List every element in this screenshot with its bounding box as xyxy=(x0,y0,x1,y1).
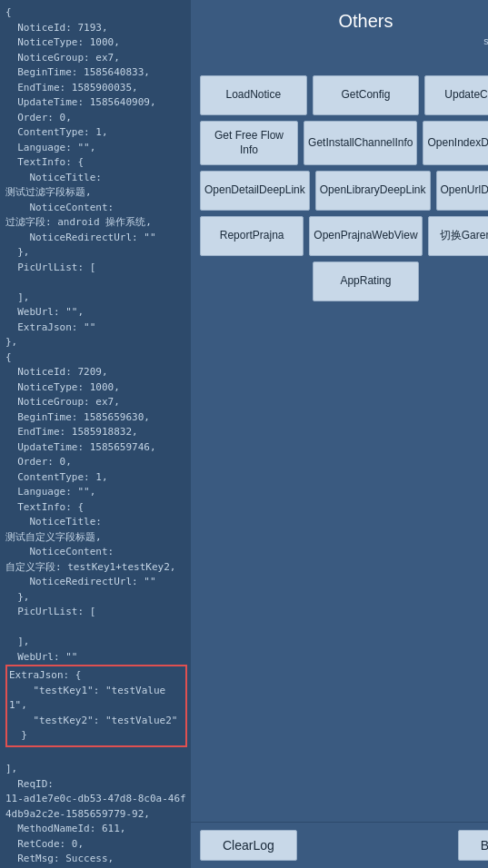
clear-log-button[interactable]: ClearLog xyxy=(200,830,297,861)
button-row-4: AppRating xyxy=(200,261,488,301)
right-panel: Others self-define LoadNotice GetConfig … xyxy=(191,0,488,868)
self-define-label: self-define xyxy=(483,35,488,46)
report-prajna-button[interactable]: ReportPrajna xyxy=(200,216,304,256)
highlighted-text: ExtraJson: { "testKey1": "testValue1", "… xyxy=(9,668,184,744)
open-url-deep-link-button[interactable]: OpenUrlDeepLink xyxy=(436,171,489,211)
open-library-deep-link-button[interactable]: OpenLibraryDeepLink xyxy=(315,171,431,211)
log-content-after-highlight: ], ReqID: 11-ad1e7e0c-db53-47d8-8c0a-46f… xyxy=(5,747,187,869)
load-notice-button[interactable]: LoadNotice xyxy=(200,75,307,115)
back-button[interactable]: Back xyxy=(458,830,488,861)
left-panel: { NoticeId: 7193, NoticeType: 1000, Noti… xyxy=(0,0,191,868)
get-free-flow-info-button[interactable]: Get Free Flow Info xyxy=(200,121,298,165)
self-define-area: self-define xyxy=(191,35,488,68)
button-row-1: Get Free Flow Info GetInstallChannelInfo… xyxy=(200,121,488,165)
switch-garena-env-button[interactable]: 切换Garena环境 xyxy=(428,216,488,256)
page-title: Others xyxy=(191,11,488,32)
update-config-button[interactable]: UpdateConfig xyxy=(424,75,488,115)
button-row-2: OpenDetailDeepLink OpenLibraryDeepLink O… xyxy=(200,171,488,211)
open-prajna-web-view-button[interactable]: OpenPrajnaWebView xyxy=(309,216,422,256)
get-config-button[interactable]: GetConfig xyxy=(313,75,420,115)
highlighted-extrajson: ExtraJson: { "testKey1": "testValue1", "… xyxy=(5,665,187,747)
log-content-before-highlight: { NoticeId: 7193, NoticeType: 1000, Noti… xyxy=(5,5,187,665)
buttons-grid: LoadNotice GetConfig UpdateConfig Get Fr… xyxy=(191,68,488,452)
button-row-3: ReportPrajna OpenPrajnaWebView 切换Garena环… xyxy=(200,216,488,256)
right-header: Others xyxy=(191,0,488,35)
get-install-channel-info-button[interactable]: GetInstallChannelInfo xyxy=(304,121,417,165)
button-row-0: LoadNotice GetConfig UpdateConfig xyxy=(200,75,488,115)
open-index-deep-link-button[interactable]: OpenIndexDeepLink xyxy=(423,121,488,165)
open-detail-deep-link-button[interactable]: OpenDetailDeepLink xyxy=(200,171,310,211)
app-rating-button[interactable]: AppRating xyxy=(313,261,420,301)
bottom-bar: ClearLog Back xyxy=(191,822,488,868)
